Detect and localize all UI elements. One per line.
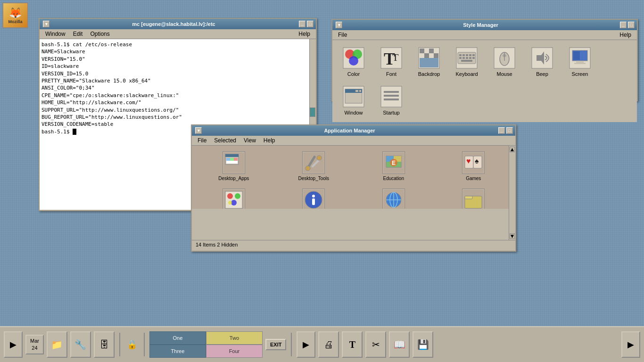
taskbar-exit-btn[interactable]: EXIT <box>265 339 286 350</box>
svg-rect-21 <box>466 54 468 56</box>
style-manager-maximize-btn[interactable]: □ <box>628 22 635 28</box>
app-icon-graphics <box>223 189 245 209</box>
style-item-beep[interactable]: Beep <box>526 45 559 79</box>
style-icon-backdrop <box>418 47 440 69</box>
style-icon-font: T T <box>380 47 403 69</box>
workspace-btn-four[interactable]: Four <box>206 345 263 358</box>
app-item-education[interactable]: E Education <box>355 149 432 183</box>
workspace-btn-two[interactable]: Two <box>206 331 263 345</box>
taskbar-front-btn-right[interactable]: ▶ <box>297 331 315 358</box>
taskbar-printer-btn[interactable]: 🖨 <box>318 331 339 358</box>
taskbar-font-btn[interactable]: T <box>342 331 363 358</box>
terminal-scrollbar-thumb[interactable] <box>310 107 315 117</box>
svg-rect-49 <box>384 95 399 97</box>
taskbar-separator-2 <box>144 333 145 356</box>
app-label-games: Games <box>466 176 481 181</box>
mc-menu-edit[interactable]: Edit <box>69 30 87 38</box>
mc-menu-window[interactable]: Window <box>41 30 69 38</box>
svg-rect-45 <box>355 90 358 92</box>
taskbar-front-icon: ▶ <box>10 339 17 350</box>
style-manager-title: Style Manager <box>342 22 619 28</box>
taskbar-lock-icon: 🔒 <box>127 339 137 350</box>
taskbar-filecabinet-btn[interactable]: 🗄 <box>94 331 115 358</box>
taskbar-filecabinet-icon: 🗄 <box>99 339 109 350</box>
app-manager-menu-file[interactable]: File <box>194 137 210 144</box>
mc-title: mc [eugene@slack.habital.lv]:/etc <box>50 21 298 27</box>
taskbar-tools2-btn[interactable]: ✂ <box>365 331 386 358</box>
mc-menu-help[interactable]: Help <box>295 30 314 38</box>
taskbar-clock: Mar 24 <box>25 335 44 355</box>
svg-rect-25 <box>462 57 465 59</box>
app-item-desktop-tools[interactable]: Desktop_Tools <box>276 149 352 183</box>
app-item-graphics[interactable]: Graphics <box>196 187 272 209</box>
style-item-window[interactable]: Window <box>337 83 370 117</box>
svg-point-79 <box>228 201 232 205</box>
svg-rect-91 <box>465 196 472 199</box>
style-item-keyboard[interactable]: Keyboard <box>450 45 483 79</box>
style-label-window: Window <box>344 110 363 115</box>
style-item-font[interactable]: T T Font <box>375 45 408 79</box>
app-label-education: Education <box>383 176 404 181</box>
svg-rect-11 <box>434 49 438 53</box>
style-manager-menu-file[interactable]: File <box>334 31 351 39</box>
mc-titlebar: ▾ mc [eugene@slack.habital.lv]:/etc _ □ <box>40 19 316 29</box>
workspace-btn-one[interactable]: One <box>149 331 206 345</box>
style-item-color[interactable]: Color <box>337 45 370 79</box>
svg-rect-12 <box>420 53 424 58</box>
taskbar-tool-btn[interactable]: 🔧 <box>70 331 91 358</box>
mc-minimize-btn[interactable]: _ <box>299 21 305 27</box>
style-item-backdrop[interactable]: Backdrop <box>413 45 446 79</box>
svg-text:T: T <box>392 51 399 63</box>
app-item-information[interactable]: Information <box>276 187 352 209</box>
app-icon-information <box>302 189 325 209</box>
app-icon-internet <box>382 189 405 209</box>
app-manager-statusbar: 14 Items 2 Hidden <box>192 240 515 249</box>
app-manager-scrollbar[interactable]: ▲ ▼ <box>509 146 515 240</box>
app-icon-education: E <box>382 151 405 174</box>
style-item-startup[interactable]: Startup <box>375 83 408 117</box>
taskbar-arrow-right-btn[interactable]: ▶ <box>621 331 640 358</box>
mc-menu-options[interactable]: Options <box>86 30 113 38</box>
app-manager-title: Application Manager <box>202 128 497 133</box>
workspace-btn-three[interactable]: Three <box>149 345 206 358</box>
app-manager-titlebar: ▾ Application Manager _ □ <box>192 125 515 136</box>
mc-menu-btn[interactable]: ▾ <box>43 21 50 27</box>
svg-point-33 <box>503 54 506 57</box>
style-label-beep: Beep <box>536 71 548 77</box>
style-manager-menu-btn[interactable]: ▾ <box>336 22 342 28</box>
svg-text:♠: ♠ <box>475 157 479 165</box>
svg-rect-24 <box>459 57 462 59</box>
svg-rect-28 <box>472 57 475 59</box>
style-icon-keyboard <box>455 47 478 69</box>
style-icon-mouse <box>493 47 516 69</box>
taskbar-help-btn[interactable]: 📖 <box>389 331 410 358</box>
mozilla-icon[interactable]: 🦊 Mozilla <box>2 2 28 28</box>
app-icon-games: ♥ ♠ <box>462 151 485 174</box>
style-manager-menu-help[interactable]: Help <box>616 31 635 39</box>
style-item-mouse[interactable]: Mouse <box>488 45 521 79</box>
style-item-screen[interactable]: Screen <box>563 45 596 79</box>
app-manager-maximize-btn[interactable]: □ <box>506 127 513 134</box>
workspace-row-2: Three Four <box>149 345 263 358</box>
app-manager-menu-btn[interactable]: ▾ <box>195 127 202 134</box>
taskbar-arrow-right-icon: ▶ <box>627 339 634 350</box>
svg-rect-53 <box>225 154 239 157</box>
svg-rect-15 <box>434 53 438 58</box>
app-manager-menu-view[interactable]: View <box>240 137 260 144</box>
app-manager-menu-help[interactable]: Help <box>260 137 279 144</box>
taskbar-disk-icon: 💾 <box>417 339 429 350</box>
taskbar-disk-btn[interactable]: 💾 <box>413 331 433 358</box>
app-item-internet[interactable]: Internet <box>355 187 432 209</box>
style-manager-minimize-btn[interactable]: _ <box>620 22 627 28</box>
app-item-office[interactable]: Office <box>436 187 512 209</box>
taskbar-filemanager-icon: 📁 <box>51 339 63 350</box>
app-manager-minimize-btn[interactable]: _ <box>498 127 505 134</box>
app-item-desktop-apps[interactable]: Desktop_Apps <box>196 149 272 183</box>
app-item-games[interactable]: ♥ ♠ Games <box>436 149 512 183</box>
taskbar-front-icon-right: ▶ <box>303 339 309 350</box>
taskbar-front-btn[interactable]: ▶ <box>4 331 23 358</box>
app-manager-menu-selected[interactable]: Selected <box>210 137 240 144</box>
taskbar-filemanager-btn[interactable]: 📁 <box>47 331 67 358</box>
mc-maximize-btn[interactable]: □ <box>307 21 314 27</box>
svg-rect-83 <box>312 198 315 205</box>
